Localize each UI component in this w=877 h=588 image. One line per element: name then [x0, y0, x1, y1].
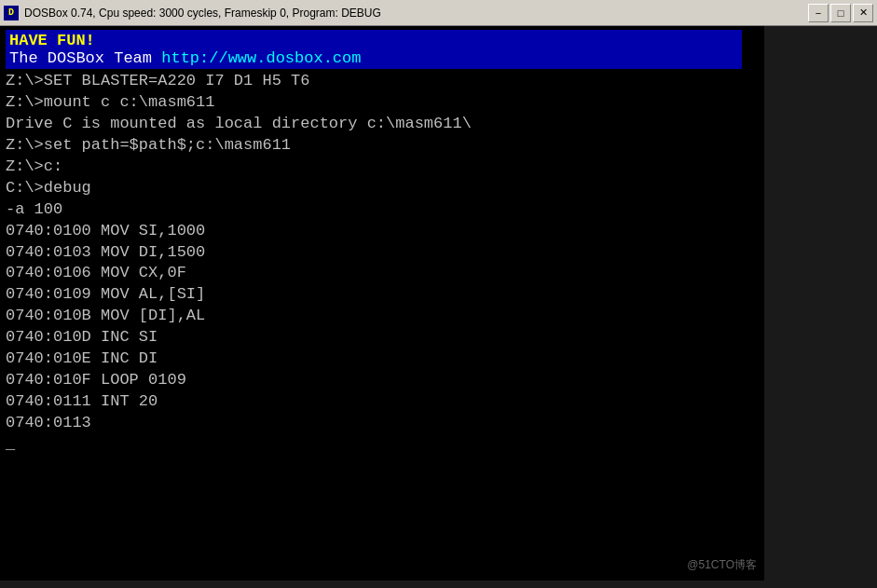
title-text: DOSBox 0.74, Cpu speed: 3000 cycles, Fra…	[24, 7, 381, 20]
close-button[interactable]: ✕	[853, 4, 873, 22]
right-panel	[764, 26, 877, 581]
console-line: 0740:0113	[6, 413, 759, 434]
console-line: Z:\>c:	[6, 157, 759, 178]
app-icon: D	[4, 6, 19, 21]
console-line: Z:\>set path=$path$;c:\masm611	[6, 135, 759, 157]
banner-line1: HAVE FUN!	[9, 32, 738, 49]
console-line: _	[6, 434, 759, 456]
console-line: -a 100	[6, 199, 759, 221]
console-line: 0740:0100 MOV SI,1000	[6, 221, 759, 242]
console-line: Z:\>SET BLASTER=A220 I7 D1 H5 T6	[6, 71, 759, 92]
console-line: 0740:0111 INT 20	[6, 391, 759, 413]
console-line: Z:\>mount c c:\masm611	[6, 92, 759, 114]
console-line: 0740:010E INC DI	[6, 349, 759, 370]
dos-screen: HAVE FUN! The DOSBox Team http://www.dos…	[0, 26, 764, 581]
banner-white-text: The DOSBox Team	[9, 49, 161, 67]
console-line: 0740:010B MOV [DI],AL	[6, 306, 759, 327]
console-line: C:\>debug	[6, 178, 759, 199]
console-line: 0740:0103 MOV DI,1500	[6, 242, 759, 264]
maximize-button[interactable]: □	[830, 4, 851, 22]
title-bar: D DOSBox 0.74, Cpu speed: 3000 cycles, F…	[0, 0, 877, 26]
watermark: @51CTO博客	[687, 557, 757, 573]
console-line: 0740:010D INC SI	[6, 327, 759, 349]
title-controls: − □ ✕	[808, 4, 873, 22]
minimize-button[interactable]: −	[808, 4, 829, 22]
main-layout: HAVE FUN! The DOSBox Team http://www.dos…	[0, 26, 877, 581]
title-bar-left: D DOSBox 0.74, Cpu speed: 3000 cycles, F…	[4, 6, 381, 21]
banner-cyan-text: http://www.dosbox.com	[161, 49, 361, 67]
banner-line2: The DOSBox Team http://www.dosbox.com	[9, 49, 738, 67]
banner: HAVE FUN! The DOSBox Team http://www.dos…	[6, 30, 742, 69]
console-line: 0740:010F LOOP 0109	[6, 370, 759, 391]
console-line: Drive C is mounted as local directory c:…	[6, 114, 759, 135]
console-line: 0740:0109 MOV AL,[SI]	[6, 284, 759, 306]
console-output: Z:\>SET BLASTER=A220 I7 D1 H5 T6Z:\>moun…	[6, 71, 759, 456]
console-line: 0740:0106 MOV CX,0F	[6, 263, 759, 284]
